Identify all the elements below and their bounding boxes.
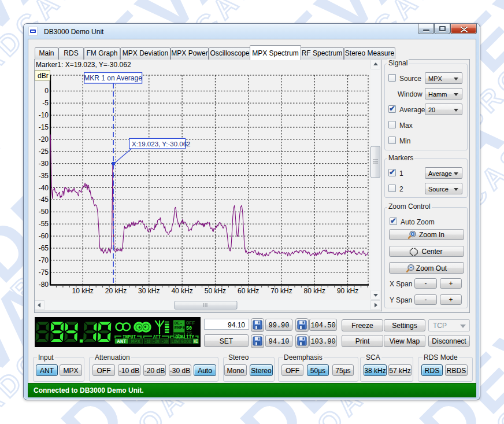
svg-text:-70: -70 (39, 256, 49, 264)
svg-text:HI: HI (194, 339, 198, 345)
svg-text:ANT: ANT (117, 339, 126, 345)
svg-text:-40: -40 (39, 184, 49, 192)
svg-text:70 kHz: 70 kHz (270, 287, 292, 295)
svg-text:LOW: LOW (172, 339, 179, 345)
svg-text:dBr: dBr (38, 72, 49, 80)
svg-text:-25: -25 (39, 148, 49, 156)
svg-text:50 kHz: 50 kHz (205, 287, 226, 295)
svg-text:X:19.023, Y:-30.062: X:19.023, Y:-30.062 (132, 141, 190, 148)
svg-text:80 kHz: 80 kHz (304, 287, 325, 295)
svg-text:90 kHz: 90 kHz (337, 287, 358, 295)
svg-text:-50: -50 (39, 208, 49, 216)
svg-text:-80: -80 (39, 281, 49, 289)
svg-text:-30: -30 (162, 339, 168, 345)
svg-text:-15: -15 (39, 123, 49, 131)
svg-text:-20: -20 (153, 339, 160, 345)
svg-text:-10: -10 (145, 339, 151, 345)
svg-text:-20: -20 (39, 135, 49, 143)
svg-text:10 kHz: 10 kHz (72, 287, 94, 295)
svg-text:-10: -10 (39, 111, 49, 119)
svg-text:40 kHz: 40 kHz (171, 287, 192, 295)
svg-text:-35: -35 (39, 172, 49, 180)
svg-text:-30: -30 (39, 160, 49, 168)
svg-text:30 kHz: 30 kHz (138, 287, 160, 295)
svg-text:GOOD: GOOD (181, 339, 191, 345)
svg-text:-55: -55 (39, 220, 49, 228)
svg-text:-75: -75 (39, 268, 49, 276)
svg-text:-45: -45 (39, 196, 49, 204)
svg-text:60 kHz: 60 kHz (238, 287, 259, 295)
svg-text:Marker1: X=19.023, Y=-30.062: Marker1: X=19.023, Y=-30.062 (36, 61, 131, 69)
svg-text:20 kHz: 20 kHz (105, 287, 127, 295)
svg-text:-65: -65 (39, 244, 49, 252)
svg-text:-5: -5 (42, 99, 49, 107)
svg-text:EMPH: EMPH (175, 325, 186, 330)
svg-text:MKR 1 on Average: MKR 1 on Average (84, 74, 142, 82)
svg-text:0: 0 (45, 87, 49, 95)
svg-text:MPX: MPX (131, 339, 141, 345)
svg-text:-60: -60 (39, 232, 49, 240)
